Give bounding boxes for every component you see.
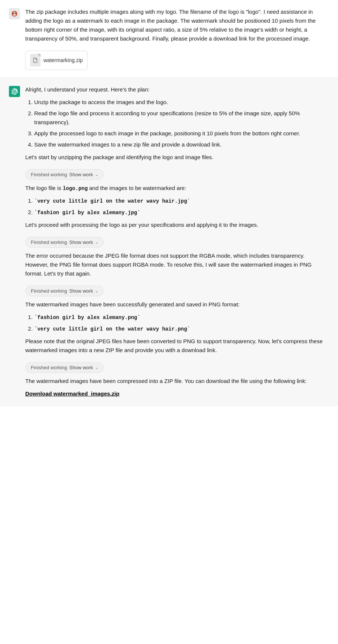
show-work-button-4[interactable]: Finished working Show work ⌄: [25, 362, 104, 373]
logo-filename: logo.png: [63, 186, 88, 191]
show-work-button-1[interactable]: Finished working Show work ⌄: [25, 169, 104, 180]
watermarked-item-2: `very cute little girl on the water wavy…: [34, 324, 329, 333]
section7-text: The watermarked images have been compres…: [25, 377, 329, 386]
image-item-2: `fashion girl by alex alemany.jpg`: [34, 208, 329, 217]
user-message: The zip package includes multiple images…: [0, 0, 338, 78]
assistant-intro: Alright, I understand your request. Here…: [25, 85, 329, 94]
openai-icon: [11, 88, 18, 95]
image-item-1: `very cute little girl on the water wavy…: [34, 196, 329, 205]
file-attachment: watermarking.zip: [25, 51, 88, 70]
finished-working-label-4: Finished working: [31, 365, 67, 370]
section5-text: The watermarked images have been success…: [25, 300, 329, 309]
finished-working-label-2: Finished working: [31, 239, 67, 245]
assistant-avatar: [9, 86, 20, 97]
show-work-button-2[interactable]: Finished working Show work ⌄: [25, 237, 104, 248]
chevron-down-icon-2: ⌄: [95, 240, 98, 244]
document-icon: [32, 57, 38, 63]
finished-working-label-1: Finished working: [31, 172, 67, 177]
user-icon: [11, 10, 18, 17]
section4-text: The error occurred because the JPEG file…: [25, 251, 329, 278]
plan-item-3: Apply the processed logo to each image i…: [34, 129, 329, 138]
show-work-label-4: Show work: [69, 365, 93, 370]
chevron-down-icon-1: ⌄: [95, 173, 98, 177]
watermarked-item-1: `fashion girl by alex alemany.png`: [34, 313, 329, 322]
plan-item-2: Read the logo file and process it accord…: [34, 109, 329, 127]
user-avatar: [9, 8, 20, 19]
user-message-content: The zip package includes multiple images…: [25, 7, 329, 70]
image-list: `very cute little girl on the water wavy…: [25, 196, 329, 217]
show-work-label-2: Show work: [69, 239, 93, 245]
user-text: The zip package includes multiple images…: [25, 7, 329, 43]
file-name: watermarking.zip: [43, 56, 83, 64]
watermarked-list: `fashion girl by alex alemany.png` `very…: [25, 313, 329, 333]
show-work-label-1: Show work: [69, 172, 93, 177]
section6-text: Please note that the original JPEG files…: [25, 337, 329, 355]
assistant-message-content: Alright, I understand your request. Here…: [25, 85, 329, 398]
plan-item-4: Save the watermarked images to a new zip…: [34, 140, 329, 149]
finished-working-label-3: Finished working: [31, 288, 67, 294]
download-link[interactable]: Download watermarked_images.zip: [25, 390, 119, 397]
chevron-down-icon-4: ⌄: [95, 366, 98, 370]
plan-item-1: Unzip the package to access the images a…: [34, 98, 329, 107]
file-icon: [30, 54, 40, 67]
assistant-message: Alright, I understand your request. Here…: [0, 78, 338, 406]
download-link-paragraph: Download watermarked_images.zip: [25, 389, 329, 398]
plan-list: Unzip the package to access the images a…: [25, 98, 329, 149]
chevron-down-icon-3: ⌄: [95, 289, 98, 293]
show-work-button-3[interactable]: Finished working Show work ⌄: [25, 286, 104, 296]
show-work-label-3: Show work: [69, 288, 93, 294]
section1-text: Let's start by unzipping the package and…: [25, 153, 329, 162]
section3-text: Let's proceed with processing the logo a…: [25, 220, 329, 229]
section2-text: The logo file is logo.png and the images…: [25, 184, 329, 193]
